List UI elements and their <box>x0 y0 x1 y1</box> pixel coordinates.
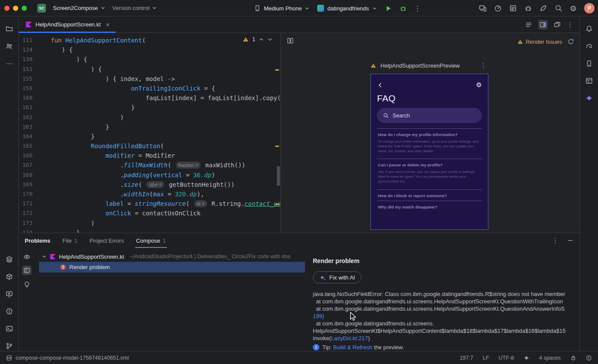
app-insights-bug-icon[interactable] <box>524 4 532 12</box>
chevron-up-icon[interactable] <box>259 37 264 42</box>
commit-tool-button[interactable] <box>0 37 18 55</box>
vcs-widget[interactable]: Version control <box>112 5 157 11</box>
problems-tab-compose[interactable]: Compose1 <box>136 233 166 248</box>
debug-button[interactable] <box>400 5 407 12</box>
editor-scrollbar[interactable] <box>277 166 280 186</box>
line-number[interactable]: 168 <box>19 170 32 180</box>
inspections-widget[interactable]: 1 <box>243 36 273 42</box>
layout-inspector-tool-button[interactable] <box>580 72 598 89</box>
terminal-tool-button[interactable] <box>0 320 18 337</box>
code-line[interactable]: 173 ) <box>19 218 280 228</box>
details-view-toggle[interactable] <box>22 266 32 275</box>
line-number[interactable]: 163 <box>19 122 32 132</box>
run-button[interactable] <box>385 5 392 12</box>
profiler-icon[interactable] <box>494 4 502 12</box>
device-manager-tool-button[interactable] <box>580 55 598 72</box>
stack-trace-link[interactable]: LazyDsl.kt:217 <box>331 335 368 341</box>
device-explorer-tool-button[interactable] <box>0 268 18 285</box>
hide-panel-icon[interactable] <box>567 237 573 244</box>
line-number[interactable]: 151 <box>19 65 32 74</box>
quick-fix-toggle[interactable] <box>22 279 32 289</box>
code-line[interactable]: 169 .size( size = getButtonHeight()) <box>19 180 280 189</box>
render-issues-button[interactable]: Render Issues <box>517 39 562 45</box>
warning-stripe-mark[interactable] <box>275 204 279 205</box>
line-number[interactable]: 167 <box>19 160 32 170</box>
code-line[interactable]: 124 ) { <box>19 45 280 55</box>
warning-stripe-mark[interactable] <box>275 146 279 147</box>
ai-status-sparkle-icon[interactable] <box>523 355 530 361</box>
encoding-widget[interactable]: UTF-8 <box>499 355 514 361</box>
build-refresh-link[interactable]: Build & Refresh <box>333 344 372 351</box>
code-line[interactable]: 165 RoundedFilledButton( <box>19 141 280 151</box>
code-line[interactable]: 162 ) <box>19 113 280 122</box>
code-line[interactable]: 159 onTrailingIconClick = { <box>19 84 280 93</box>
line-number[interactable]: 174 <box>19 228 32 233</box>
panel-options-kebab-icon[interactable]: ⋮ <box>552 237 559 244</box>
gemini-tool-button[interactable] <box>580 89 598 107</box>
stack-trace-link[interactable]: 199) <box>313 313 324 319</box>
close-tab-icon[interactable]: × <box>106 21 109 28</box>
lock-icon[interactable] <box>570 355 576 361</box>
logcat-icon[interactable] <box>509 4 517 12</box>
line-number[interactable]: 164 <box>19 132 32 141</box>
project-tool-button[interactable] <box>0 20 18 37</box>
user-avatar[interactable]: P <box>584 3 595 13</box>
problems-tool-button[interactable] <box>0 302 18 320</box>
settings-gear-icon[interactable]: ⚙ <box>570 4 577 13</box>
preview-phone-screen[interactable]: ⚙ FAQ Search How do I change my profile … <box>370 74 488 230</box>
line-number[interactable]: 166 <box>19 151 32 160</box>
line-number[interactable]: 172 <box>19 208 32 218</box>
line-number[interactable]: 165 <box>19 141 32 151</box>
problems-tab-file[interactable]: File1 <box>62 233 77 248</box>
line-number[interactable]: 173 <box>19 218 32 228</box>
tab-options-kebab-icon[interactable]: ⋮ <box>567 21 573 29</box>
warning-stripe-mark[interactable] <box>275 69 279 71</box>
gradle-tool-button[interactable] <box>580 37 598 55</box>
code-line[interactable]: 171 label = stringResource( id = R.strin… <box>19 199 280 208</box>
run-configuration-selector[interactable]: datingandfriends <box>317 5 377 12</box>
problems-tab-problems[interactable]: Problems <box>25 233 50 248</box>
code-line[interactable]: 130 ) { <box>19 55 280 64</box>
line-number[interactable]: 171 <box>19 199 32 208</box>
split-editor-mode-button[interactable] <box>538 20 548 29</box>
line-number[interactable]: 169 <box>19 180 32 189</box>
preview-layout-grid-icon[interactable] <box>287 37 294 44</box>
editor-tab[interactable]: HelpAndSupportScreen.kt × <box>19 16 116 32</box>
fix-with-ai-button[interactable]: Fix with AI <box>313 271 361 283</box>
code-line[interactable]: 167 .fillMaxWidth( fraction = maxWidth()… <box>19 160 280 170</box>
refresh-icon[interactable] <box>567 38 574 45</box>
layers-tool-button[interactable] <box>0 250 18 268</box>
device-selector[interactable]: Medium Phone <box>254 5 309 12</box>
code-line[interactable]: 164 } <box>19 132 280 141</box>
preview-options-kebab-icon[interactable]: ⋮ <box>480 62 487 69</box>
code-line[interactable]: 111fun HelpAndSupportContent( <box>19 36 280 45</box>
search-everywhere-icon[interactable] <box>555 4 562 12</box>
services-icon[interactable] <box>540 4 547 12</box>
project-selector[interactable]: Screen2Compose <box>53 5 105 11</box>
code-line[interactable]: 172 onClick = contactUsOnClick <box>19 208 280 218</box>
line-number[interactable]: 161 <box>19 103 32 112</box>
zoom-window-button[interactable] <box>22 6 27 11</box>
running-devices-tool-button[interactable] <box>0 285 18 302</box>
line-number[interactable]: 124 <box>19 45 32 55</box>
line-number[interactable]: 159 <box>19 84 32 93</box>
info-circle-icon[interactable] <box>586 355 592 361</box>
more-tool-windows-button[interactable]: ⋯ <box>0 55 18 72</box>
device-streaming-icon[interactable] <box>479 4 487 12</box>
code-line[interactable]: 161 } <box>19 103 280 112</box>
notifications-button[interactable] <box>580 20 598 37</box>
code-line[interactable]: 151 ) { <box>19 65 280 74</box>
line-number[interactable]: 111 <box>19 36 32 45</box>
problems-error-row[interactable]: Render problem <box>39 262 305 273</box>
problems-tab-project-errors[interactable]: Project Errors <box>89 233 124 248</box>
line-number[interactable]: 160 <box>19 93 32 103</box>
line-number[interactable]: 155 <box>19 74 32 84</box>
close-window-button[interactable] <box>4 6 10 11</box>
code-line[interactable]: 170 .widthIn(max = 320.dp), <box>19 189 280 199</box>
line-number[interactable]: 170 <box>19 189 32 199</box>
chevron-down-icon[interactable] <box>267 37 273 42</box>
more-run-actions-button[interactable]: ⋮ <box>414 4 421 13</box>
preview-problems-toggle[interactable] <box>22 252 32 262</box>
line-number[interactable]: 130 <box>19 55 32 64</box>
line-number[interactable]: 162 <box>19 113 32 122</box>
